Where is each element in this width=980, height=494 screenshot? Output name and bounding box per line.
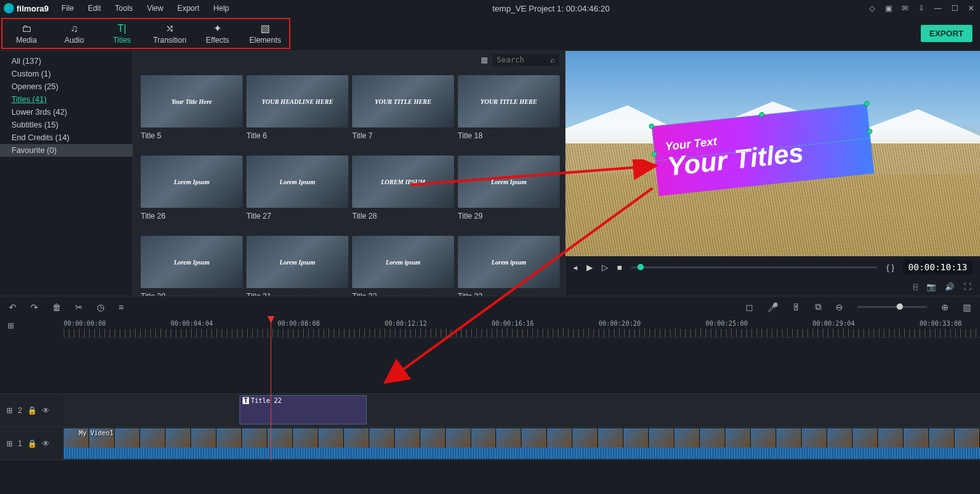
mail-icon[interactable]: ✉: [900, 3, 910, 13]
render-icon[interactable]: ⧉: [815, 301, 821, 312]
main-tabs: 🗀Media ♫Audio T|Titles ⤭Transition ✦Effe…: [0, 17, 980, 51]
titlebar: filmora9 File Edit Tools View Export Hel…: [0, 0, 980, 17]
music-icon: ♫: [71, 23, 78, 34]
user-icon[interactable]: ◇: [867, 3, 877, 13]
lock-icon[interactable]: 🔒: [27, 439, 37, 448]
menu-file[interactable]: File: [55, 1, 80, 15]
thumbnail[interactable]: Lorem IpsumTitle 27: [246, 156, 348, 226]
thumbnail[interactable]: Lorem ipsumTitle 32: [352, 236, 454, 296]
export-button[interactable]: EXPORT: [921, 25, 972, 42]
menu-edit[interactable]: Edit: [82, 1, 108, 15]
zoom-slider[interactable]: [857, 306, 927, 308]
add-track-icon[interactable]: ⊞: [8, 321, 14, 330]
mixer-icon[interactable]: 🎚: [792, 302, 801, 312]
tab-elements[interactable]: ▧Elements: [241, 19, 289, 48]
minimize-icon[interactable]: —: [933, 3, 943, 13]
menu-view[interactable]: View: [141, 1, 170, 15]
video-clip-label: My Video1: [79, 430, 113, 437]
track-2-head[interactable]: ⊞ 2 🔒 👁: [0, 394, 64, 426]
preview-timecode: 00:00:10:13: [903, 260, 972, 274]
delete-icon[interactable]: 🗑: [52, 302, 61, 312]
marker-icon[interactable]: ◻: [746, 302, 753, 312]
grid-view-icon[interactable]: ▦: [481, 55, 488, 64]
zoom-fit-icon[interactable]: ▥: [963, 302, 971, 312]
eye-icon[interactable]: 👁: [42, 406, 50, 415]
tab-media[interactable]: 🗀Media: [3, 19, 50, 48]
preview-scrubber[interactable]: [631, 266, 877, 268]
zoom-knob[interactable]: [897, 303, 903, 310]
speed-icon[interactable]: ◷: [97, 302, 104, 312]
video-clip-strip[interactable]: [64, 428, 980, 447]
zoom-out-icon[interactable]: ⊖: [835, 302, 843, 312]
thumbnail[interactable]: YOUR HEADLINE HERETitle 6: [246, 75, 348, 145]
sidebar-item-subtitles[interactable]: Subtitles (15): [0, 119, 132, 131]
timeline-ruler[interactable]: 00:00:00:0000:00:04:0400:00:08:0800:00:1…: [64, 317, 980, 338]
menu-export[interactable]: Export: [171, 1, 206, 15]
thumbnail[interactable]: YOUR TITLE HERETitle 7: [352, 75, 454, 145]
sidebar-item-custom[interactable]: Custom (1): [0, 68, 132, 80]
undo-icon[interactable]: ↶: [9, 302, 17, 312]
preview-canvas[interactable]: Your Text Your Titles: [565, 51, 980, 256]
play-button[interactable]: ▶: [586, 263, 593, 272]
mic-icon[interactable]: ⇩: [916, 3, 927, 13]
thumbnail[interactable]: YOUR TITLE HERETitle 18: [458, 75, 560, 145]
display-icon[interactable]: ⌸: [913, 282, 918, 291]
clip-thumb: [725, 428, 751, 447]
clip-thumb: [929, 428, 955, 447]
menu-help[interactable]: Help: [207, 1, 236, 15]
volume-icon[interactable]: 🔊: [945, 282, 955, 291]
ruler-mark: 00:00:12:12: [385, 320, 427, 327]
thumbnail-image: Lorem Ipsum: [141, 156, 243, 208]
audio-waveform[interactable]: [64, 447, 980, 459]
tab-titles[interactable]: T|Titles: [98, 19, 146, 48]
thumbnail[interactable]: Lorem ipsumTitle 33: [458, 236, 560, 296]
thumbnail-image: Lorem Ipsum: [458, 156, 560, 208]
maximize-icon[interactable]: ☐: [949, 3, 960, 13]
sidebar-item-openers[interactable]: Openers (25): [0, 80, 132, 93]
handle-tr[interactable]: [864, 101, 870, 106]
stop-button[interactable]: ■: [617, 263, 622, 272]
thumbnail[interactable]: Lorem IpsumTitle 29: [458, 156, 560, 226]
clip-thumb: [776, 428, 802, 447]
track-1-body[interactable]: My Video1: [64, 427, 980, 460]
category-sidebar: All (137) Custom (1) Openers (25) Titles…: [0, 51, 132, 296]
tab-audio[interactable]: ♫Audio: [50, 19, 98, 48]
empty-track[interactable]: [0, 338, 980, 394]
snapshot-icon[interactable]: 📷: [927, 282, 936, 291]
voiceover-icon[interactable]: 🎤: [767, 302, 778, 312]
search-icon[interactable]: ⌕: [550, 55, 555, 64]
tab-transition[interactable]: ⤭Transition: [146, 19, 194, 48]
scrubber-knob[interactable]: [637, 264, 644, 270]
search-input[interactable]: [497, 55, 548, 64]
settings-icon[interactable]: ≡: [118, 302, 124, 312]
sidebar-item-favourite[interactable]: Favourite (0): [0, 144, 132, 157]
cut-icon[interactable]: ✂: [75, 302, 83, 312]
play-all-button[interactable]: ▷: [602, 263, 608, 272]
sidebar-item-all[interactable]: All (137): [0, 55, 132, 68]
thumbnail-label: Title 30: [141, 292, 243, 296]
title-clip[interactable]: T Title 22: [239, 395, 367, 425]
track-2-body[interactable]: T Title 22: [64, 394, 980, 426]
thumbnail[interactable]: Lorem IpsumTitle 31: [246, 236, 348, 296]
lock-icon[interactable]: 🔒: [27, 406, 37, 415]
save-icon[interactable]: ▣: [883, 3, 893, 13]
fullscreen-icon[interactable]: ⛶: [963, 282, 971, 291]
thumbnail[interactable]: Lorem IpsumTitle 30: [141, 236, 243, 296]
sidebar-item-lower3rds[interactable]: Lower 3rds (42): [0, 106, 132, 119]
tab-effects-label: Effects: [206, 36, 229, 45]
eye-icon[interactable]: 👁: [42, 439, 50, 448]
thumbnail[interactable]: Your Title HereTitle 5: [141, 75, 243, 145]
menu-tools[interactable]: Tools: [109, 1, 139, 15]
zoom-in-icon[interactable]: ⊕: [941, 302, 949, 312]
track-1-head[interactable]: ⊞ 1 🔒 👁: [0, 427, 64, 460]
prev-frame-button[interactable]: ◂: [573, 263, 578, 272]
braces-button[interactable]: { }: [886, 263, 894, 272]
thumbnail[interactable]: LOREM IPSUMTitle 28: [352, 156, 454, 226]
close-icon[interactable]: ✕: [966, 3, 976, 13]
tab-effects[interactable]: ✦Effects: [194, 19, 241, 48]
thumbnail[interactable]: Lorem IpsumTitle 26: [141, 156, 243, 226]
sidebar-item-endcredits[interactable]: End Credits (14): [0, 131, 132, 144]
playhead[interactable]: [271, 317, 271, 460]
sidebar-item-titles[interactable]: Titles (41): [0, 93, 132, 106]
redo-icon[interactable]: ↷: [31, 302, 38, 312]
